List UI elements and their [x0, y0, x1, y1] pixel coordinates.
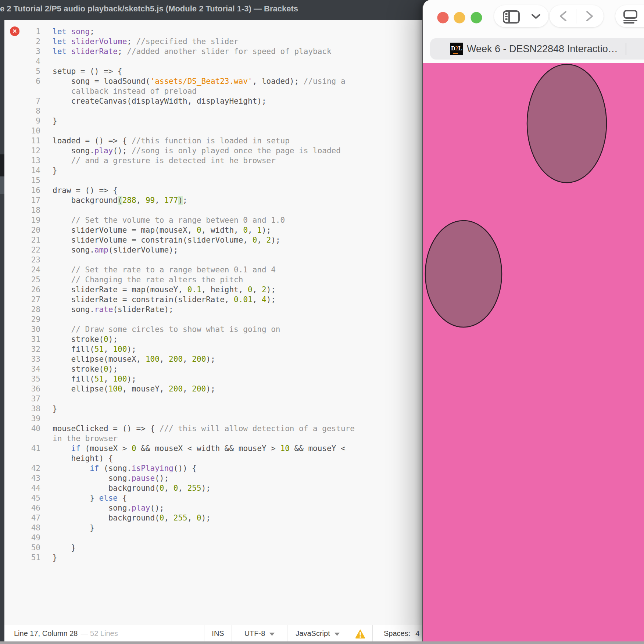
- code-text: song.pause();: [53, 473, 422, 483]
- line-number: 18: [4, 205, 53, 215]
- code-lines: 1let song;2let sliderVolume; //specified…: [4, 27, 422, 563]
- code-line[interactable]: 8: [4, 106, 422, 116]
- code-line[interactable]: 51}: [4, 553, 422, 563]
- code-editor[interactable]: 1let song;2let sliderVolume; //specified…: [4, 20, 422, 625]
- code-line[interactable]: callback instead of preload: [4, 86, 422, 96]
- forward-icon[interactable]: [584, 10, 594, 22]
- code-line[interactable]: 6 song = loadSound('assets/DS_Beat23.wav…: [4, 76, 422, 86]
- code-line[interactable]: 39: [4, 414, 422, 424]
- code-line[interactable]: 35 fill(51, 100);: [4, 374, 422, 384]
- code-line[interactable]: 11loaded = () => { //this function is lo…: [4, 136, 422, 146]
- code-line[interactable]: 34 stroke(0);: [4, 364, 422, 374]
- code-line[interactable]: 7 createCanvas(displayWidth, displayHeig…: [4, 96, 422, 106]
- code-text: // Changing the rate alters the pitch: [53, 275, 422, 285]
- chevron-down-icon: [531, 13, 541, 20]
- code-line[interactable]: 16draw = () => {: [4, 186, 422, 196]
- line-number: [4, 454, 53, 464]
- code-line[interactable]: 29: [4, 315, 422, 325]
- line-number: [4, 86, 53, 96]
- code-text: sliderVolume = map(mouseX, 0, width, 0, …: [53, 225, 422, 235]
- code-line[interactable]: 12 song.play(); //song is only played on…: [4, 146, 422, 156]
- code-line[interactable]: 21 sliderVolume = constrain(sliderVolume…: [4, 235, 422, 245]
- cursor-position-status[interactable]: Line 17, Column 28 — 52 Lines: [4, 625, 204, 642]
- line-number: 8: [4, 106, 53, 116]
- minimize-button[interactable]: [454, 12, 465, 24]
- code-line[interactable]: 48 }: [4, 523, 422, 533]
- code-line[interactable]: 9}: [4, 116, 422, 126]
- code-line[interactable]: 30 // Draw some circles to show what is …: [4, 325, 422, 334]
- code-text: }: [53, 404, 422, 414]
- code-line[interactable]: 38}: [4, 404, 422, 414]
- nav-button-group: [550, 5, 604, 27]
- code-line[interactable]: 23: [4, 255, 422, 265]
- code-line[interactable]: 47 background(0, 255, 0);: [4, 513, 422, 523]
- code-line[interactable]: 19 // Set the volume to a range between …: [4, 215, 422, 225]
- code-line[interactable]: 3let sliderRate; //added another slider …: [4, 47, 422, 57]
- code-line[interactable]: 33 ellipse(mouseX, 100, 200, 200);: [4, 354, 422, 364]
- warning-triangle-icon: [355, 629, 366, 639]
- code-line[interactable]: 28 song.rate(sliderRate);: [4, 305, 422, 315]
- code-line[interactable]: 15: [4, 176, 422, 186]
- code-line[interactable]: 49: [4, 533, 422, 543]
- sidebar-icon: [502, 10, 520, 24]
- code-line[interactable]: 40mouseClicked = () => { /// this will a…: [4, 424, 422, 434]
- code-line[interactable]: 27 sliderRate = constrain(sliderRate, 0.…: [4, 295, 422, 305]
- code-line[interactable]: 17 background(288, 99, 177);: [4, 196, 422, 205]
- code-line[interactable]: 32 fill(51, 100);: [4, 344, 422, 354]
- active-tab[interactable]: D2L Week 6 - DESN22848 Interactio…: [430, 38, 644, 60]
- line-number: 48: [4, 523, 53, 533]
- code-text: draw = () => {: [53, 186, 422, 196]
- p5-canvas[interactable]: [423, 63, 644, 641]
- code-text: song.play();: [53, 503, 422, 513]
- line-number: 22: [4, 245, 53, 255]
- code-text: let sliderVolume; //specified the slider: [53, 37, 422, 47]
- code-line[interactable]: 20 sliderVolume = map(mouseX, 0, width, …: [4, 225, 422, 235]
- page-settings-button[interactable]: [615, 5, 644, 27]
- line-number: 45: [4, 493, 53, 503]
- code-text: background(0, 255, 0);: [53, 513, 422, 523]
- code-line[interactable]: 5setup = () => {: [4, 67, 422, 76]
- code-line[interactable]: 43 song.pause();: [4, 473, 422, 483]
- code-line[interactable]: 22 song.amp(sliderVolume);: [4, 245, 422, 255]
- code-line[interactable]: 2let sliderVolume; //specified the slide…: [4, 37, 422, 47]
- zoom-button[interactable]: [471, 12, 482, 24]
- close-button[interactable]: [437, 12, 449, 24]
- code-line[interactable]: 44 background(0, 0, 255);: [4, 483, 422, 493]
- code-text: // Set the rate to a range between 0.1 a…: [53, 265, 422, 275]
- code-line[interactable]: 50 }: [4, 543, 422, 553]
- code-line[interactable]: 1let song;: [4, 27, 422, 37]
- lint-warning-indicator[interactable]: [348, 625, 372, 642]
- code-line[interactable]: 18: [4, 205, 422, 215]
- language-selector[interactable]: JavaScript: [287, 625, 348, 642]
- code-line[interactable]: 45 } else {: [4, 493, 422, 503]
- code-line[interactable]: 26 sliderRate = map(mouseY, 0.1, height,…: [4, 285, 422, 295]
- code-line[interactable]: 41 if (mouseX > 0 && mouseX < width && m…: [4, 444, 422, 454]
- code-line[interactable]: height) {: [4, 454, 422, 464]
- line-number: 28: [4, 305, 53, 315]
- code-line[interactable]: 14}: [4, 166, 422, 176]
- back-icon[interactable]: [558, 10, 569, 22]
- sidebar-button-group[interactable]: [494, 5, 548, 27]
- code-line[interactable]: 46 song.play();: [4, 503, 422, 513]
- encoding-label: UTF-8: [244, 629, 265, 638]
- code-line[interactable]: in the browser: [4, 434, 422, 444]
- line-number: 14: [4, 166, 53, 176]
- code-line[interactable]: 42 if (song.isPlaying()) {: [4, 464, 422, 473]
- encoding-selector[interactable]: UTF-8: [232, 625, 287, 642]
- code-line[interactable]: 4: [4, 57, 422, 67]
- code-line[interactable]: 13 // and a gresture is detected int he …: [4, 156, 422, 166]
- code-line[interactable]: 36 ellipse(100, mouseY, 200, 200);: [4, 384, 422, 394]
- lint-error-icon[interactable]: ✕: [10, 26, 19, 36]
- code-text: loaded = () => { //this function is load…: [53, 136, 422, 146]
- code-line[interactable]: 31 stroke(0);: [4, 334, 422, 344]
- code-line[interactable]: 24 // Set the rate to a range between 0.…: [4, 265, 422, 275]
- code-line[interactable]: 25 // Changing the rate alters the pitch: [4, 275, 422, 285]
- line-number: 34: [4, 364, 53, 374]
- code-line[interactable]: 10: [4, 126, 422, 136]
- line-number: 13: [4, 156, 53, 166]
- line-number: 35: [4, 374, 53, 384]
- indentation-setting[interactable]: Spaces: 4: [372, 625, 422, 642]
- insert-mode-toggle[interactable]: INS: [204, 625, 232, 642]
- code-text: [53, 255, 422, 265]
- code-line[interactable]: 37: [4, 394, 422, 404]
